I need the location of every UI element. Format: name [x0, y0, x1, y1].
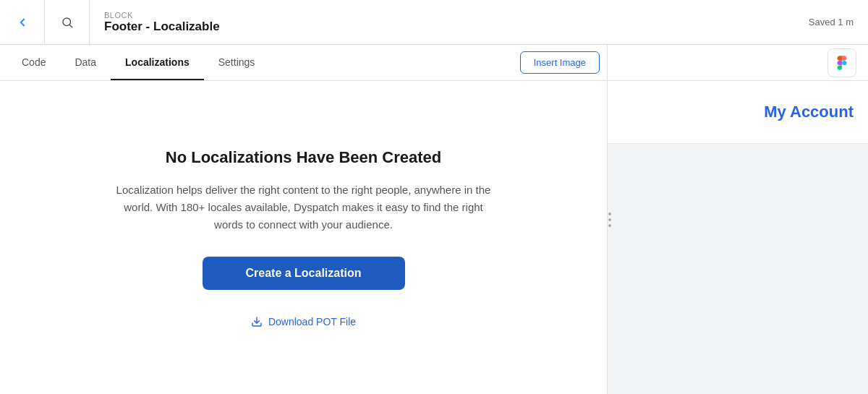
right-panel-body [608, 144, 868, 394]
left-panel: Code Data Localizations Settings Insert … [0, 45, 608, 394]
search-button[interactable] [45, 0, 90, 44]
svg-point-0 [63, 18, 71, 26]
drag-dot [608, 218, 611, 221]
panel-resize-handle[interactable] [608, 213, 611, 227]
right-panel-header [608, 45, 868, 81]
content-area: No Localizations Have Been Created Local… [0, 81, 607, 394]
right-panel: My Account [608, 45, 868, 394]
back-button[interactable] [0, 0, 45, 44]
tab-localizations[interactable]: Localizations [111, 45, 204, 80]
create-localization-button[interactable]: Create a Localization [203, 257, 405, 290]
download-icon [251, 316, 263, 327]
empty-state-description: Localization helps deliver the right con… [116, 181, 492, 234]
tab-settings[interactable]: Settings [204, 45, 270, 80]
tab-bar: Code Data Localizations Settings Insert … [0, 45, 607, 81]
download-pot-link[interactable]: Download POT File [251, 316, 356, 327]
main-container: Code Data Localizations Settings Insert … [0, 45, 868, 394]
tab-code[interactable]: Code [7, 45, 60, 80]
my-account-section: My Account [608, 81, 868, 144]
block-title: Footer - Localizable [104, 20, 794, 34]
empty-state: No Localizations Have Been Created Local… [116, 148, 492, 327]
tab-data[interactable]: Data [60, 45, 111, 80]
header: BLOCK Footer - Localizable Saved 1 m [0, 0, 868, 45]
download-pot-label: Download POT File [268, 316, 356, 327]
insert-image-button[interactable]: Insert Image [520, 51, 600, 74]
svg-line-1 [69, 25, 72, 27]
drag-dot [608, 224, 611, 227]
my-account-title[interactable]: My Account [622, 103, 854, 121]
block-label: BLOCK [104, 11, 794, 20]
empty-state-title: No Localizations Have Been Created [116, 148, 492, 167]
block-info: BLOCK Footer - Localizable [90, 11, 809, 34]
drag-dot [608, 213, 611, 215]
figma-icon-button[interactable] [827, 48, 856, 77]
saved-status: Saved 1 m [809, 17, 868, 27]
